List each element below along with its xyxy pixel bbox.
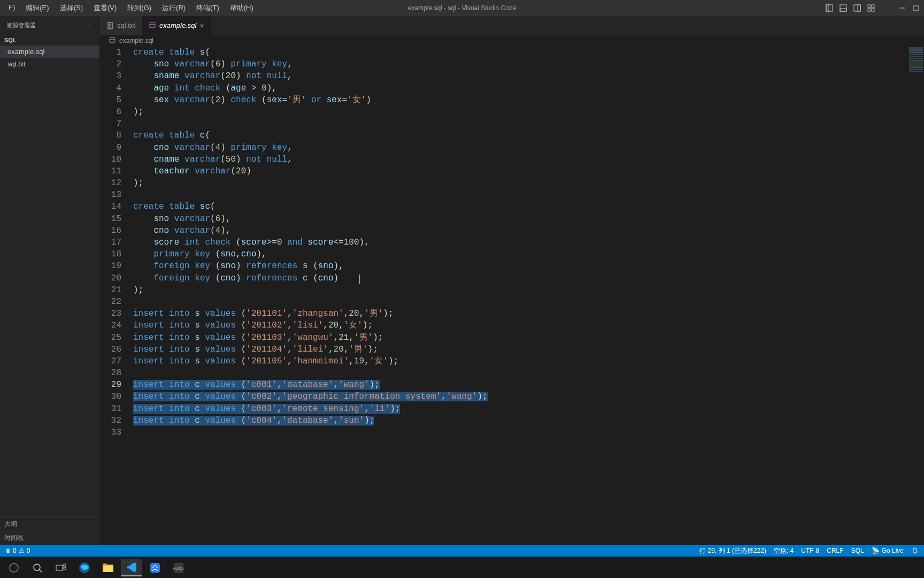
- explorer-title: 资源管理器: [6, 21, 36, 29]
- svg-rect-27: [150, 563, 160, 573]
- svg-rect-11: [914, 6, 919, 11]
- menu-查看v[interactable]: 查看(V): [89, 1, 121, 15]
- status-position[interactable]: 行 29, 列 1 (已选择222): [699, 546, 766, 556]
- window-controls: [826, 4, 920, 12]
- svg-rect-23: [64, 567, 66, 569]
- status-spaces[interactable]: 空格: 4: [774, 546, 794, 556]
- sidebar: 资源管理器 ··· SQL example.sqlsql.txt 大纲 时间线: [0, 16, 100, 545]
- taskbar-app-meeting[interactable]: [144, 559, 166, 576]
- line-gutter: 1234567891011121314151617181920212223242…: [100, 47, 131, 545]
- svg-rect-25: [103, 565, 113, 572]
- file-item[interactable]: example.sql: [0, 45, 99, 58]
- breadcrumb-label: example.sql: [119, 37, 153, 44]
- timeline-section[interactable]: 时间线: [0, 531, 99, 545]
- taskbar: MySQL: [0, 557, 924, 578]
- svg-rect-26: [103, 564, 107, 566]
- status-encoding[interactable]: UTF-8: [801, 547, 819, 554]
- taskbar-search[interactable]: [27, 559, 48, 576]
- editor: sql.txtexample.sql× example.sql 12345678…: [100, 16, 924, 545]
- tab-sql-txt[interactable]: sql.txt: [100, 16, 142, 35]
- menu-转到g[interactable]: 转到(G): [123, 1, 156, 15]
- taskbar-start[interactable]: [3, 559, 25, 576]
- svg-rect-1: [826, 5, 829, 11]
- titlebar: F)编辑(E)选择(S)查看(V)转到(G)运行(R)终端(T)帮助(H) ex…: [0, 0, 924, 16]
- status-golive[interactable]: 📡 Go Live: [872, 547, 904, 554]
- tab-label: sql.txt: [117, 21, 135, 29]
- status-eol[interactable]: CRLF: [827, 547, 843, 554]
- svg-rect-6: [868, 5, 871, 7]
- svg-point-16: [150, 22, 155, 25]
- svg-line-20: [39, 569, 42, 572]
- tab-label: example.sql: [159, 21, 196, 29]
- project-section[interactable]: SQL: [0, 35, 99, 45]
- menu-选择s[interactable]: 选择(S): [56, 1, 87, 15]
- taskbar-taskview[interactable]: [50, 559, 72, 576]
- code-content[interactable]: create table s( sno varchar(6) primary k…: [131, 47, 924, 545]
- explorer-more-icon[interactable]: ···: [85, 22, 93, 29]
- svg-text:MySQL: MySQL: [173, 567, 184, 571]
- warning-icon: ⚠: [19, 547, 25, 554]
- status-bell-icon[interactable]: [911, 547, 919, 554]
- svg-rect-22: [64, 564, 66, 566]
- window-title: example.sql - sql - Visual Studio Code: [408, 4, 517, 12]
- taskbar-edge[interactable]: [74, 559, 95, 576]
- broadcast-icon: 📡: [872, 547, 880, 554]
- menu-帮助h[interactable]: 帮助(H): [226, 1, 258, 15]
- layout-toggle-icon[interactable]: [826, 4, 833, 12]
- editor-tabs: sql.txtexample.sql×: [100, 16, 924, 35]
- svg-rect-21: [56, 565, 63, 571]
- tab-example-sql[interactable]: example.sql×: [142, 16, 211, 35]
- svg-rect-8: [868, 9, 871, 11]
- taskbar-app-mysql[interactable]: MySQL: [168, 559, 189, 576]
- sidebar-toggle-icon[interactable]: [853, 4, 861, 12]
- text-icon: [106, 22, 114, 29]
- status-lang[interactable]: SQL: [851, 547, 864, 554]
- svg-point-17: [110, 37, 115, 40]
- svg-rect-2: [840, 5, 846, 11]
- minimap[interactable]: [908, 47, 924, 154]
- menu-终端t[interactable]: 终端(T): [192, 1, 224, 15]
- panel-toggle-icon[interactable]: [840, 4, 847, 12]
- menubar: F)编辑(E)选择(S)查看(V)转到(G)运行(R)终端(T)帮助(H): [4, 1, 258, 15]
- close-icon[interactable]: ×: [199, 21, 204, 30]
- svg-rect-0: [826, 5, 833, 11]
- svg-rect-4: [854, 5, 860, 11]
- svg-point-18: [10, 564, 18, 572]
- outline-section[interactable]: 大纲: [0, 517, 99, 531]
- taskbar-vscode[interactable]: [121, 559, 142, 576]
- svg-rect-7: [872, 5, 874, 7]
- menu-运行r[interactable]: 运行(R): [158, 1, 190, 15]
- database-icon: [149, 22, 156, 29]
- svg-rect-3: [840, 9, 846, 11]
- maximize-icon[interactable]: [912, 4, 920, 12]
- database-icon: [109, 37, 116, 44]
- svg-rect-5: [858, 5, 860, 11]
- minimize-icon[interactable]: [898, 4, 906, 12]
- layout-customize-icon[interactable]: [867, 4, 875, 12]
- menu-f[interactable]: F): [4, 1, 19, 15]
- taskbar-explorer[interactable]: [97, 559, 119, 576]
- svg-rect-9: [872, 9, 874, 11]
- statusbar: ⊗ 0 ⚠ 0 行 29, 列 1 (已选择222) 空格: 4 UTF-8 C…: [0, 545, 924, 557]
- error-icon: ⊗: [5, 547, 11, 554]
- code-area[interactable]: 1234567891011121314151617181920212223242…: [100, 47, 924, 545]
- breadcrumb[interactable]: example.sql: [100, 35, 924, 47]
- status-problems[interactable]: ⊗ 0 ⚠ 0: [5, 547, 30, 554]
- menu-编辑e[interactable]: 编辑(E): [21, 1, 53, 15]
- file-item[interactable]: sql.txt: [0, 58, 99, 70]
